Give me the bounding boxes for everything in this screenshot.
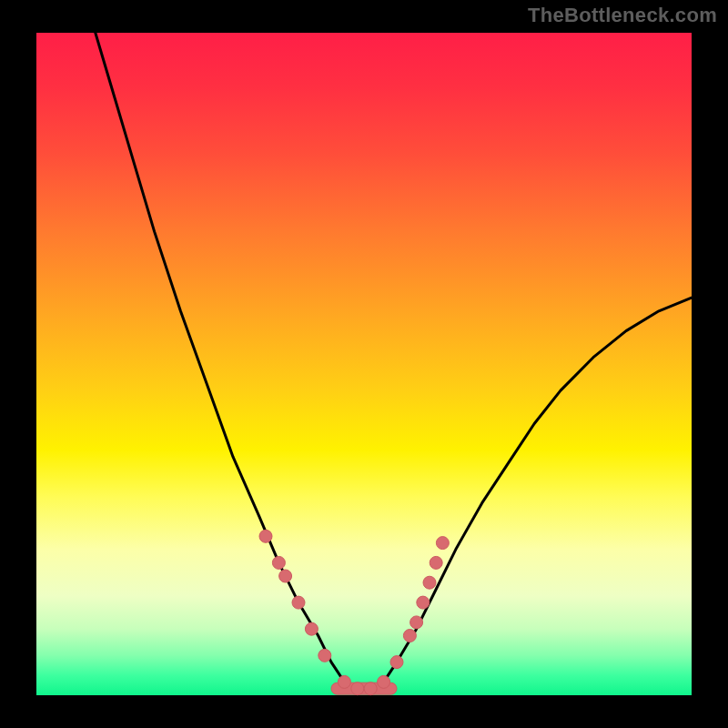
data-marker	[292, 596, 305, 609]
data-marker	[378, 675, 390, 688]
data-marker	[423, 576, 436, 589]
curve-path	[96, 33, 692, 689]
data-marker	[259, 530, 272, 542]
chart-frame: TheBottleneck.com	[0, 0, 728, 728]
data-marker	[410, 616, 423, 629]
data-marker	[364, 682, 377, 695]
data-marker	[338, 675, 350, 688]
data-marker	[318, 649, 331, 662]
data-marker	[305, 622, 318, 635]
data-marker	[403, 630, 416, 642]
data-marker	[279, 570, 292, 582]
data-marker	[417, 596, 430, 609]
plot-area	[36, 33, 692, 695]
data-marker	[430, 556, 442, 569]
chart-svg	[36, 33, 692, 695]
bottleneck-curve	[96, 33, 692, 689]
watermark-text: TheBottleneck.com	[528, 4, 717, 27]
data-marker	[272, 556, 285, 569]
data-marker	[351, 682, 364, 695]
data-marker	[436, 537, 449, 550]
data-marker	[390, 656, 403, 669]
data-markers	[259, 530, 449, 694]
